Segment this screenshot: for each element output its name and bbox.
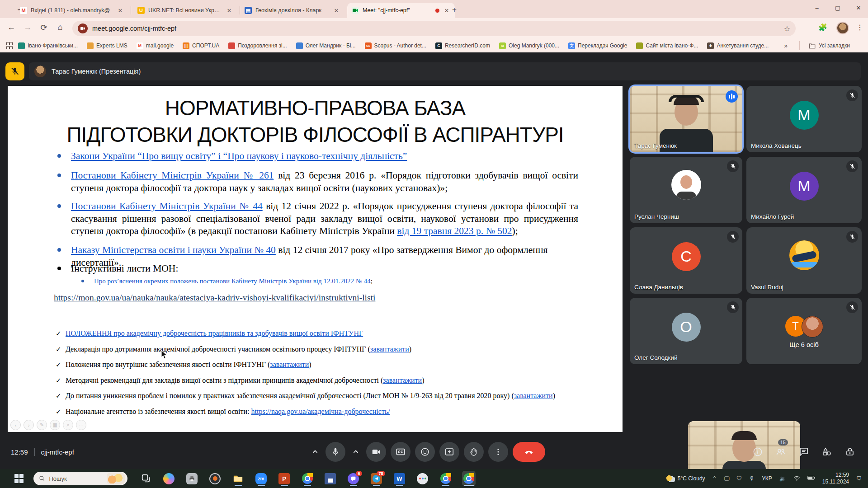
- zoom-icon[interactable]: ⌕: [63, 420, 73, 430]
- all-bookmarks-button[interactable]: Усі закладки: [799, 41, 850, 50]
- bookmark-item[interactable]: |||СПОРТ.UA: [183, 42, 219, 49]
- more-options-button[interactable]: [488, 442, 508, 462]
- browser-tab[interactable]: Meet: "cjj-mtfc-epf"✕: [347, 3, 455, 18]
- chrome-icon[interactable]: [439, 471, 453, 486]
- bookmark-item[interactable]: CResearcherID.com: [435, 42, 490, 49]
- new-tab-button[interactable]: +: [452, 5, 457, 14]
- bookmark-item[interactable]: 文Перекладач Google: [568, 42, 627, 49]
- present-button[interactable]: [439, 442, 459, 462]
- slide-link[interactable]: завантажити: [383, 376, 422, 384]
- slide-link[interactable]: https://naqa.gov.ua/академічна-доброчесн…: [251, 408, 390, 415]
- slide-link[interactable]: Постанови Кабінету Міністрів України № 4…: [71, 201, 263, 211]
- volume-icon[interactable]: 🔉: [779, 475, 786, 482]
- floppy-icon[interactable]: [324, 471, 337, 486]
- activities-icon[interactable]: [821, 446, 832, 457]
- host-controls-icon[interactable]: [844, 446, 855, 457]
- chrome-icon[interactable]: [301, 471, 314, 486]
- prev-slide-icon[interactable]: ‹: [10, 420, 21, 430]
- end-call-button[interactable]: [513, 442, 545, 462]
- powerpoint-icon[interactable]: P: [278, 471, 291, 486]
- info-icon[interactable]: [752, 446, 763, 457]
- pen-icon[interactable]: ✎: [37, 420, 47, 430]
- taskbar-clock[interactable]: 12:59 15.11.2024: [822, 472, 849, 485]
- slide-link[interactable]: Про роз’яснення окремих положень постано…: [94, 277, 371, 285]
- tab-close-icon[interactable]: ✕: [226, 7, 233, 14]
- participant-tile[interactable]: ММикола Хованець: [746, 86, 862, 152]
- participant-tile[interactable]: Vasul Ruduj: [746, 227, 862, 294]
- slide-link[interactable]: Закони України “Про вищу освіту” і “Про …: [71, 150, 407, 161]
- participant-tile[interactable]: Тарас Гуменюк: [630, 86, 742, 152]
- participant-tile[interactable]: Руслан Черниш: [630, 157, 742, 223]
- printer-icon[interactable]: [185, 471, 199, 486]
- network-icon[interactable]: [793, 475, 800, 482]
- participant-tile[interactable]: ООлег Солодкий: [630, 298, 742, 364]
- word-icon[interactable]: W: [393, 471, 406, 486]
- notification-center-icon[interactable]: 🗨: [856, 475, 862, 482]
- mic-options-chevron[interactable]: [309, 442, 321, 462]
- taskbar-search[interactable]: Пошук: [33, 472, 127, 485]
- browser-menu-icon[interactable]: ⋮: [856, 23, 863, 32]
- dots-icon[interactable]: [416, 471, 429, 486]
- participant-tile[interactable]: ТЩе 6 осіб: [746, 298, 862, 364]
- bookmark-item[interactable]: Mmail.google: [137, 42, 174, 49]
- window-maximize-button[interactable]: ▢: [828, 0, 847, 16]
- battery-icon[interactable]: [807, 475, 815, 482]
- tray-chevron-icon[interactable]: ⌃: [712, 475, 717, 482]
- copilot-icon[interactable]: [162, 471, 176, 486]
- tray-mic-icon[interactable]: 🎙: [749, 475, 755, 482]
- people-icon[interactable]: 15: [775, 446, 786, 457]
- slide-link[interactable]: Наказу Міністерства освіти і науки Украї…: [71, 244, 276, 255]
- obs-icon[interactable]: [208, 471, 222, 486]
- browser-tab[interactable]: ▤Геохімія довкілля - Кларк✕: [240, 3, 344, 18]
- task-view-icon[interactable]: [139, 471, 153, 486]
- zoom-icon[interactable]: zm: [255, 471, 268, 486]
- explorer-icon[interactable]: [231, 471, 245, 486]
- weather-widget[interactable]: 5°C Cloudy: [666, 475, 705, 482]
- bookmark-item[interactable]: Івано-Франківськи...: [18, 42, 78, 49]
- browser-tab[interactable]: MВхідні (1 811) - oleh.mandryk@✕: [15, 3, 128, 18]
- bookmark-item[interactable]: ⚜Анкетування студе...: [707, 42, 769, 49]
- back-icon[interactable]: ←: [5, 23, 17, 32]
- participant-tile[interactable]: ММихайло Гурей: [746, 157, 862, 223]
- tray-display-icon[interactable]: 🖵: [724, 475, 730, 482]
- presentation-muted-icon[interactable]: [5, 62, 24, 80]
- window-close-button[interactable]: ✕: [849, 0, 868, 16]
- extensions-icon[interactable]: 🧩: [818, 23, 827, 32]
- bookmark-item[interactable]: Сайт міста Івано-Ф...: [636, 42, 698, 49]
- tab-close-icon[interactable]: ✕: [117, 7, 124, 14]
- mic-button[interactable]: [326, 442, 345, 462]
- mon-url-link[interactable]: https://mon.gov.ua/ua/nauka/nauka/atesta…: [54, 293, 375, 303]
- viber-icon[interactable]: 6: [347, 471, 360, 486]
- telegram-icon[interactable]: 78: [370, 471, 383, 486]
- bookmark-item[interactable]: Experts LMS: [87, 42, 127, 49]
- slide-link[interactable]: від 19 травня 2023 р. № 502: [397, 225, 512, 236]
- slide-link[interactable]: завантажити: [370, 345, 409, 353]
- home-icon[interactable]: ⌂: [54, 23, 66, 32]
- slide-link[interactable]: ПОЛОЖЕННЯ про академічну доброчесність п…: [66, 329, 363, 337]
- start-button[interactable]: [14, 474, 24, 483]
- tab-close-icon[interactable]: ✕: [333, 7, 340, 14]
- bookmark-star-icon[interactable]: ☆: [784, 24, 790, 33]
- reactions-button[interactable]: [415, 442, 435, 462]
- more-icon[interactable]: ⋯: [76, 420, 86, 430]
- bookmark-item[interactable]: Поздоровлення зі...: [228, 42, 287, 49]
- raise-hand-button[interactable]: [464, 442, 484, 462]
- bookmark-item[interactable]: iDOleg Mandryk (000...: [499, 42, 559, 49]
- participant-tile[interactable]: ССлава Данильців: [630, 227, 742, 294]
- camera-in-use-icon[interactable]: [78, 23, 88, 33]
- language-indicator[interactable]: УКР: [762, 475, 772, 482]
- camera-button[interactable]: [366, 442, 386, 462]
- profile-avatar[interactable]: [836, 22, 849, 34]
- slide-link[interactable]: завантажити: [514, 392, 553, 399]
- bookmark-item[interactable]: Олег Мандрик - Бі...: [296, 42, 356, 49]
- next-slide-icon[interactable]: ›: [24, 420, 34, 430]
- apps-grid-icon[interactable]: [6, 42, 12, 49]
- forward-icon[interactable]: →: [22, 23, 33, 32]
- bookmarks-overflow-icon[interactable]: »: [784, 42, 788, 49]
- chat-icon[interactable]: [798, 446, 809, 457]
- browser-tab[interactable]: UUKR.NET: Всі новини України✕: [133, 3, 237, 18]
- captions-button[interactable]: [391, 442, 410, 462]
- reload-icon[interactable]: ⟳: [38, 23, 50, 33]
- slide-link[interactable]: завантажити: [270, 361, 309, 368]
- tray-shield-icon[interactable]: 🛡: [736, 475, 742, 482]
